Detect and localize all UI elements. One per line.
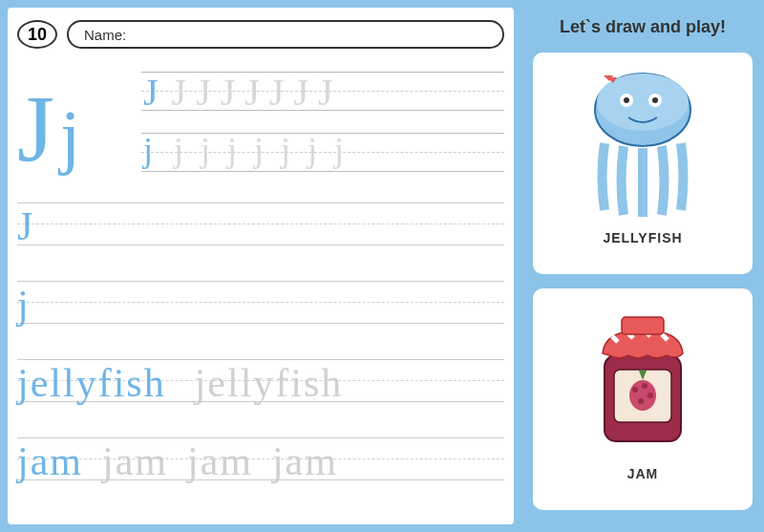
practice-row-jam[interactable]: jamjamjamjam — [17, 434, 504, 489]
svg-point-12 — [638, 398, 644, 404]
worksheet-header: 10 Name: — [17, 17, 504, 52]
jellyfish-image — [566, 62, 719, 224]
name-input-field[interactable]: Name: — [67, 20, 504, 49]
worksheet-panel: 10 Name: J j J J J J J J J J — [8, 8, 514, 524]
trace-upper-rest: J J J J J J J — [162, 66, 333, 119]
trace-upper-first: J — [143, 66, 159, 119]
card-jellyfish-label: JELLYFISH — [603, 230, 682, 245]
practice-area: J j jellyfishjellyfish jamjamjamjam — [17, 199, 504, 512]
practice-text-jam: jamjamjamjam — [17, 434, 504, 485]
card-jellyfish: JELLYFISH — [533, 53, 753, 274]
letter-demo-section: J j J J J J J J J J j j j j j j j — [17, 61, 504, 195]
trace-box: J J J J J J J J j j j j j j j j — [141, 66, 504, 190]
trace-row-lower[interactable]: j j j j j j j j — [141, 127, 504, 181]
practice-row-upper-J[interactable]: J — [17, 199, 504, 254]
big-upper-letter: J — [17, 74, 54, 183]
card-jam-label: JAM — [627, 466, 659, 481]
svg-point-10 — [642, 383, 647, 389]
trace-lower-rest: j j j j j j j — [157, 127, 344, 173]
trace-row-upper[interactable]: J J J J J J J J — [141, 66, 504, 119]
page-number: 10 — [17, 20, 57, 49]
svg-rect-13 — [622, 317, 664, 334]
big-lower-letter: j — [60, 95, 80, 178]
svg-point-3 — [624, 97, 629, 103]
svg-point-9 — [632, 387, 638, 393]
practice-text-jellyfish: jellyfishjellyfish — [17, 355, 504, 407]
svg-point-5 — [652, 97, 658, 103]
practice-row-jellyfish[interactable]: jellyfishjellyfish — [17, 355, 504, 411]
trace-lower-first: j — [143, 127, 153, 173]
practice-text-J: J — [17, 199, 504, 250]
jam-image — [566, 298, 719, 460]
big-letter-pair: J j — [17, 74, 141, 183]
practice-row-lower-j[interactable]: j — [17, 277, 504, 332]
svg-point-11 — [647, 393, 653, 398]
card-jam: JAM — [533, 288, 753, 510]
jellyfish-icon — [571, 62, 714, 224]
jam-jar-icon — [585, 308, 700, 451]
sidebar-title: Let`s draw and play! — [560, 17, 726, 37]
practice-text-j: j — [17, 277, 504, 329]
